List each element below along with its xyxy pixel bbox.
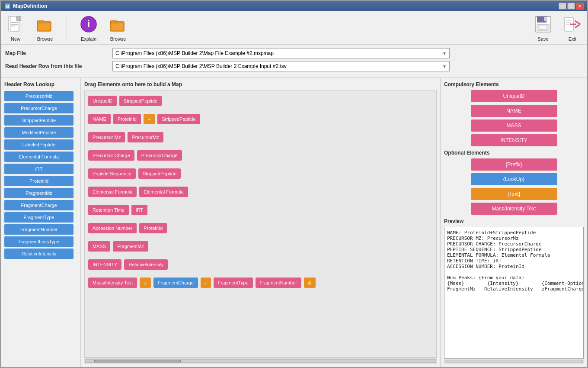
map-cell-button[interactable]: ProteinId	[139, 223, 167, 233]
read-header-arrow: ▼	[442, 64, 447, 69]
preview-scrollbar-track[interactable]	[445, 360, 583, 363]
map-row: Elemental FormulaElemental Formula	[87, 184, 434, 200]
optional-item[interactable]: Mass/Intensity Text	[471, 203, 557, 215]
map-cell-button[interactable]: INTENSITY	[88, 259, 121, 270]
header-lookup-list: PrecursorMzPrecursorChargeStrippedPeptid…	[4, 91, 77, 259]
map-cell-button[interactable]: MASS	[88, 241, 110, 252]
maximize-button[interactable]: □	[567, 3, 575, 10]
header-lookup-item[interactable]: FragmentMz	[4, 188, 74, 198]
save-icon-svg	[534, 15, 553, 34]
browse1-label: Browse	[37, 36, 53, 42]
map-cell-button[interactable]: FragmentMz	[113, 241, 148, 252]
map-cell-button[interactable]: z	[140, 278, 151, 288]
header-lookup-item[interactable]: PrecursorMz	[4, 91, 74, 101]
new-label: New	[11, 36, 20, 42]
map-cell-button[interactable]: ProteinId	[113, 114, 141, 124]
read-header-combo[interactable]: C:\Program Files (x86)\MSP Builder 2\MSP…	[112, 61, 450, 71]
header-lookup-item[interactable]: LabeledPeptide	[4, 139, 74, 150]
save-button-group[interactable]: Save	[533, 14, 553, 42]
header-lookup-item[interactable]: PrecursorCharge	[4, 103, 74, 113]
compulsory-item[interactable]: INTENSITY	[471, 134, 557, 146]
exit-icon-svg	[563, 15, 582, 34]
map-cell-button[interactable]: &	[304, 278, 316, 288]
main-window: M MapDefinition ─ □ ✕	[0, 0, 588, 368]
read-header-row: Read Header Row from this file C:\Progra…	[5, 61, 583, 71]
svg-rect-15	[110, 21, 117, 23]
center-panel: Drag Elements onto here to build a Map U…	[81, 78, 440, 367]
header-lookup-item[interactable]: iRT	[4, 164, 74, 174]
header-lookup-item[interactable]: FragmentLossType	[4, 236, 74, 247]
svg-rect-16	[111, 23, 123, 30]
title-bar-controls: ─ □ ✕	[559, 3, 584, 10]
map-cell-button[interactable]: Retention Time	[88, 205, 129, 215]
header-lookup-item[interactable]: Elemental Formula	[4, 152, 74, 162]
map-cell-button[interactable]: RelativeIntensity	[124, 259, 168, 270]
map-cell-button[interactable]: FragmentCharge	[153, 278, 198, 288]
read-header-label: Read Header Row from this file	[5, 63, 109, 69]
header-lookup-item[interactable]: ProteinId	[4, 176, 74, 186]
scrollbar-track[interactable]	[85, 359, 436, 363]
exit-button-group[interactable]: Exit	[562, 14, 583, 42]
map-cell-button[interactable]: -	[201, 278, 211, 288]
minimize-button[interactable]: ─	[559, 3, 566, 10]
header-lookup-item[interactable]: FragmentType	[4, 212, 74, 223]
map-cell-button[interactable]: StrippedPeptide	[157, 114, 200, 124]
map-cell-button[interactable]: PrecursorMz	[128, 132, 163, 142]
explain-label: Explain	[81, 36, 96, 42]
explain-icon: i	[78, 14, 99, 35]
map-file-combo[interactable]: C:\Program Files (x86)\MSP Builder 2\Map…	[112, 48, 450, 58]
horizontal-scrollbar[interactable]	[84, 358, 437, 364]
map-cell-button[interactable]: PrecursorCharge	[137, 150, 182, 161]
header-lookup-item[interactable]: FragmentNumber	[4, 224, 74, 235]
drop-area[interactable]: UniqueIDStrippedPeptideNAMEProteinId+Str…	[84, 90, 437, 358]
compulsory-item[interactable]: UniqueID	[471, 90, 557, 102]
map-cell-button[interactable]: Peptide Sequence	[88, 168, 136, 179]
close-button[interactable]: ✕	[576, 3, 584, 10]
optional-item[interactable]: {Prefix}	[471, 158, 557, 171]
new-icon	[5, 14, 26, 35]
map-cell-button[interactable]: NAME	[88, 114, 111, 124]
map-cell-button[interactable]: Accession Number	[88, 223, 137, 233]
map-cell-button[interactable]: +	[144, 114, 155, 124]
map-cell-button[interactable]: Elemental Formula	[139, 187, 188, 197]
compulsory-item[interactable]: NAME	[471, 105, 557, 117]
browse1-button-group[interactable]: Browse	[35, 14, 55, 42]
optional-item[interactable]: {Text}	[471, 188, 557, 200]
svg-text:i: i	[87, 19, 90, 29]
header-lookup-item[interactable]: RelativeIntensity	[4, 249, 74, 259]
new-icon-svg	[6, 15, 25, 34]
header-lookup-title: Header Row Lookup	[4, 81, 77, 87]
title-bar: M MapDefinition ─ □ ✕	[1, 1, 587, 11]
map-cell-button[interactable]: Precursor Mz	[88, 132, 125, 142]
explain-button-group[interactable]: i Explain	[78, 14, 99, 42]
map-cell-button[interactable]: Elemental Formula	[88, 187, 137, 197]
map-cell-button[interactable]: StrippedPeptide	[119, 96, 162, 106]
map-cell-button[interactable]: UniqueID	[88, 96, 117, 106]
new-button-group[interactable]: New	[5, 14, 26, 42]
optional-item[interactable]: {LookUp}	[471, 173, 557, 185]
map-cell-button[interactable]: Precursor Charge	[88, 150, 134, 161]
optional-btns: {Prefix}{LookUp}{Text}Mass/Intensity Tex…	[444, 158, 584, 215]
svg-text:M: M	[6, 4, 9, 9]
preview-scrollbar[interactable]	[444, 358, 584, 364]
exit-icon	[562, 14, 583, 35]
map-cell-button[interactable]: FragmentType	[214, 278, 253, 288]
map-cell-button[interactable]: Mass/Intensity Text	[88, 278, 137, 288]
compulsory-btns: UniqueIDNAMEMASSINTENSITY	[444, 90, 584, 146]
compulsory-item[interactable]: MASS	[471, 119, 557, 132]
compulsory-section: Compulsory Elements UniqueIDNAMEMASSINTE…	[444, 81, 584, 146]
browse1-icon	[35, 14, 55, 35]
toolbar: New Browse i Explain	[1, 11, 587, 45]
left-panel: Header Row Lookup PrecursorMzPrecursorCh…	[1, 78, 81, 367]
header-lookup-item[interactable]: ModifiedPeptide	[4, 127, 74, 138]
map-cell-button[interactable]: FragmentNumber	[256, 278, 301, 288]
scrollbar-thumb[interactable]	[94, 360, 181, 362]
header-lookup-item[interactable]: FragmentCharge	[4, 200, 74, 210]
map-cell-button[interactable]: StrippedPeptide	[138, 168, 181, 179]
browse2-button-group[interactable]: Browse	[108, 14, 128, 42]
browse1-icon-svg	[35, 15, 54, 34]
title-bar-left: M MapDefinition	[4, 3, 47, 9]
header-lookup-item[interactable]: StrippedPeptide	[4, 115, 74, 126]
preview-section: Preview NAME: ProteinId+StrippedPeptide …	[444, 218, 584, 364]
map-cell-button[interactable]: iRT	[131, 205, 147, 215]
